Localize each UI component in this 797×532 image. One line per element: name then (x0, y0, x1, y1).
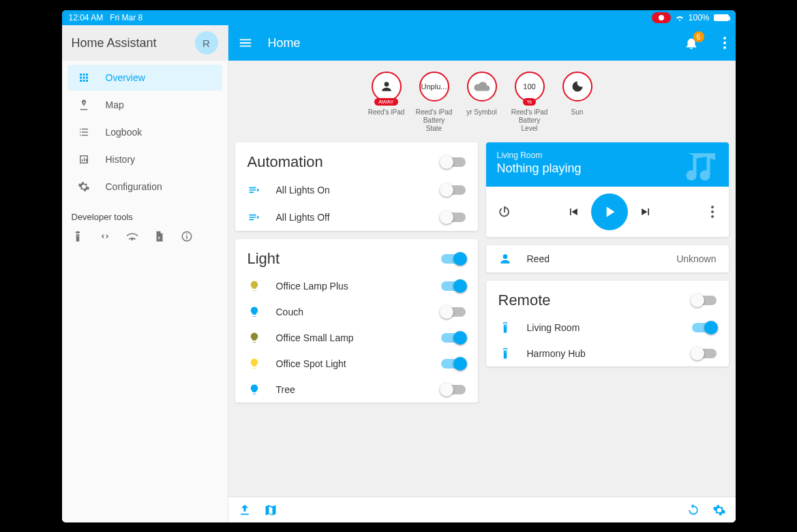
row-label: Living Room (527, 322, 677, 333)
sidebar-nav: OverviewMapLogbookHistoryConfiguration (62, 61, 228, 205)
toggle[interactable] (441, 281, 466, 291)
toggle[interactable] (692, 323, 717, 332)
avatar[interactable]: R (195, 31, 218, 54)
badge-label: Sun (571, 108, 584, 116)
sidebar-item-label: Configuration (106, 181, 162, 192)
sidebar-item-history[interactable]: History (67, 146, 222, 172)
sidebar-item-map[interactable]: Map (67, 92, 222, 118)
toggle[interactable] (441, 213, 466, 222)
automation-row[interactable]: All Lights On (235, 176, 478, 204)
svg-point-4 (723, 42, 726, 44)
light-row[interactable]: Couch (235, 299, 478, 325)
ios-status-bar: 12:04 AM Fri Mar 8 100% (62, 10, 736, 25)
right-column: Living Room Nothing playing (486, 142, 729, 366)
tablet-frame: 12:04 AM Fri Mar 8 100% Home Assistant R… (62, 10, 736, 522)
person-icon (498, 252, 512, 266)
badges-row: AWAYReed's iPadUnplu...Reed's iPad Batte… (228, 67, 736, 142)
dev-info-icon[interactable] (181, 230, 193, 242)
toggle[interactable] (441, 359, 466, 369)
light-row[interactable]: Office Lamp Plus (235, 273, 478, 299)
dev-file-icon[interactable] (153, 230, 166, 242)
svg-point-5 (723, 46, 726, 49)
remote-row[interactable]: Harmony Hub (486, 341, 729, 366)
svg-rect-1 (186, 236, 187, 239)
flow-icon (247, 210, 261, 224)
toggle[interactable] (692, 349, 717, 358)
toggle[interactable] (441, 333, 466, 343)
sidebar-item-label: Overview (106, 72, 145, 83)
row-label: Tree (276, 384, 426, 395)
sidebar-item-overview[interactable]: Overview (67, 65, 222, 91)
sidebar-item-label: Map (106, 99, 124, 110)
row-label: All Lights On (276, 185, 426, 195)
bulb-icon (247, 332, 261, 344)
media-next-button[interactable] (635, 205, 657, 219)
person-name: Reed (527, 253, 662, 264)
media-overflow-icon[interactable] (707, 206, 718, 218)
light-header-toggle[interactable] (441, 254, 466, 264)
dev-tools-label: Developer tools (62, 205, 228, 226)
recording-pill[interactable] (652, 12, 671, 23)
toggle[interactable] (441, 385, 466, 394)
svg-point-6 (711, 206, 714, 208)
notif-badge: 6 (693, 31, 704, 42)
dev-code-icon[interactable] (99, 230, 111, 242)
automation-title: Automation (247, 153, 323, 171)
person-row[interactable]: Reed Unknown (486, 245, 729, 272)
media-prev-button[interactable] (562, 205, 584, 219)
overflow-menu-icon[interactable] (723, 37, 726, 49)
map-icon[interactable] (264, 503, 277, 517)
badge[interactable]: AWAYReed's iPad (367, 72, 406, 133)
sidebar-item-logbook[interactable]: Logbook (67, 119, 222, 145)
flow-icon (247, 183, 261, 197)
badge-label: yr Symbol (466, 108, 496, 116)
row-label: Office Lamp Plus (276, 281, 426, 292)
media-power-button[interactable] (497, 204, 512, 219)
toggle[interactable] (441, 307, 466, 317)
media-room: Living Room (497, 151, 718, 160)
remote-row[interactable]: Living Room (486, 315, 729, 341)
bulb-icon (247, 358, 261, 370)
bulb-icon (247, 306, 261, 318)
person-state: Unknown (676, 253, 716, 264)
hamburger-icon[interactable] (238, 35, 253, 50)
svg-rect-2 (186, 234, 187, 235)
svg-point-8 (711, 215, 714, 218)
automation-header-toggle[interactable] (441, 157, 466, 167)
battery-icon (714, 14, 729, 21)
badge-circle (467, 72, 497, 101)
bottom-bar (228, 497, 736, 522)
refresh-icon[interactable] (687, 503, 700, 517)
settings-icon[interactable] (712, 503, 726, 517)
wifi-icon (675, 14, 685, 21)
row-label: Couch (276, 307, 426, 317)
sidebar-item-label: Logbook (106, 127, 142, 138)
sidebar-header: Home Assistant R (62, 25, 228, 61)
status-battery: 100% (689, 13, 710, 22)
toggle[interactable] (441, 185, 466, 195)
row-label: Office Spot Light (276, 358, 426, 369)
badge-label: Reed's iPad Battery Level (511, 108, 549, 133)
sidebar-item-configuration[interactable]: Configuration (67, 174, 222, 200)
dev-broadcast-icon[interactable] (126, 230, 138, 242)
badge-circle: AWAY (372, 72, 402, 101)
badge[interactable]: Unplu...Reed's iPad Battery State (415, 72, 453, 133)
media-play-button[interactable] (591, 193, 628, 230)
svg-point-3 (723, 37, 726, 40)
light-row[interactable]: Tree (235, 377, 478, 403)
page-title: Home (268, 36, 301, 50)
automation-row[interactable]: All Lights Off (235, 204, 478, 231)
light-row[interactable]: Office Small Lamp (235, 325, 478, 351)
light-row[interactable]: Office Spot Light (235, 351, 478, 377)
notifications-button[interactable]: 6 (684, 35, 699, 50)
bulb-icon (247, 384, 261, 396)
badge[interactable]: yr Symbol (463, 72, 501, 133)
badge-label: Reed's iPad (368, 108, 405, 116)
badge-tag: AWAY (374, 98, 397, 106)
chart-icon (77, 153, 91, 166)
upload-icon[interactable] (238, 503, 252, 517)
remote-header-toggle[interactable] (692, 296, 717, 305)
badge[interactable]: Sun (558, 72, 597, 133)
badge[interactable]: 100%Reed's iPad Battery Level (511, 72, 549, 133)
dev-remote-icon[interactable] (72, 230, 84, 242)
